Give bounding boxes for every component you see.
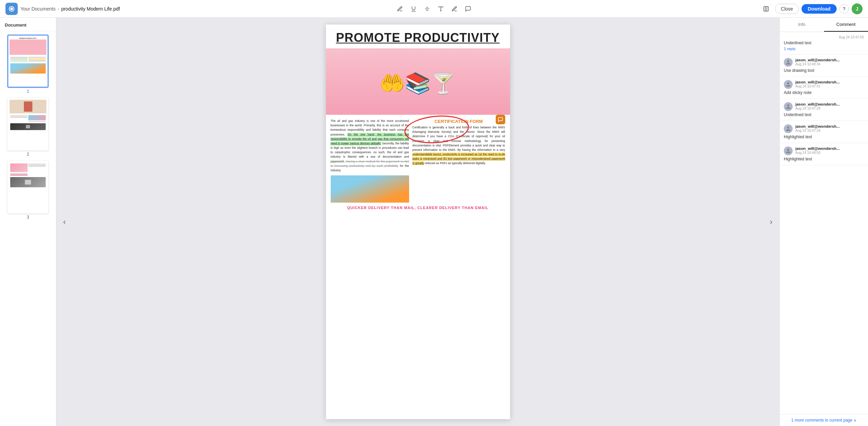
avatar: J: [852, 3, 863, 14]
comment-user-2: jason_will@wondersh...: [795, 80, 864, 84]
highlight-tool-button[interactable]: [448, 3, 461, 15]
pdf-page-title: PROMOTE PRODUCTIVITY: [326, 25, 510, 48]
next-page-button[interactable]: ›: [766, 217, 777, 227]
thumb-num-1: 1: [27, 89, 29, 94]
download-button[interactable]: Download: [802, 4, 837, 14]
breadcrumb-current: productivity Modern Life.pdf: [61, 6, 120, 12]
comment-time-1: Aug 24 10:48:34: [795, 62, 864, 66]
thumbnail-page-3[interactable]: 3: [3, 161, 53, 220]
right-text-intro: Certification is generally a back and fo…: [413, 126, 505, 152]
comment-header-2: jason_will@wondersh... Aug 24 10:47:41: [784, 80, 864, 89]
breadcrumb-separator: ›: [58, 6, 59, 12]
thumb-num-3: 3: [27, 215, 29, 220]
comment-entry-5: jason_will@wondersh... Aug 24 10:48:50 H…: [780, 143, 868, 165]
comment-entry-2: jason_will@wondersh... Aug 24 10:47:41 A…: [780, 77, 868, 99]
main-layout: Document PROMOTE PRODUCTIVITY: [0, 18, 868, 426]
comment-header-4: jason_will@wondersh... Aug 24 10:47:19: [784, 124, 864, 133]
toolbar: Your Documents › productivity Modern Lif…: [0, 0, 868, 18]
breadcrumb: Your Documents › productivity Modern Lif…: [20, 6, 120, 12]
sidebar-title: Document: [0, 18, 56, 31]
comments-list: Aug 24 10:47:05 Underlined text 1 reply …: [780, 32, 868, 414]
toolbar-left: Your Documents › productivity Modern Lif…: [5, 3, 289, 15]
more-comments-link[interactable]: 1 more comments in current page ∨: [780, 414, 868, 426]
comment-tool-button[interactable]: [462, 3, 474, 15]
comment-time-5: Aug 24 10:48:50: [795, 151, 864, 155]
underline-tool-button[interactable]: [407, 3, 420, 15]
text-tool-button[interactable]: [435, 3, 447, 15]
close-button[interactable]: Close: [775, 4, 799, 14]
thumbnail-page-2[interactable]: 2: [3, 98, 53, 157]
right-panel-tabs: Info Comment: [780, 18, 868, 32]
chevron-down-icon: ∨: [854, 418, 856, 423]
comment-entry-1: jason_will@wondersh... Aug 24 10:48:34 U…: [780, 54, 868, 77]
more-comments-text: 1 more comments in current page: [791, 418, 852, 423]
comment-meta-2: jason_will@wondersh... Aug 24 10:47:41: [795, 80, 864, 88]
first-comment-time: Aug 24 10:47:05: [784, 35, 864, 39]
pdf-page-1: PROMOTE PRODUCTIVITY 🤲📚🍸 The oil and gas…: [326, 25, 510, 419]
help-button[interactable]: ?: [839, 4, 849, 14]
comment-avatar-2: [784, 80, 793, 89]
pdf-body: The oil and gas industry is one of the m…: [326, 115, 510, 203]
tab-comment[interactable]: Comment: [824, 18, 868, 32]
pdf-viewer: ‹ PROMOTE PRODUCTIVITY 🤲📚🍸 The oil and g…: [56, 18, 779, 426]
comment-user-4: jason_will@wondersh...: [795, 124, 864, 128]
comment-user-5: jason_will@wondersh...: [795, 146, 864, 151]
svg-rect-4: [764, 6, 769, 11]
comment-avatar-3: [784, 102, 793, 111]
thumbnails-list: PROMOTE PRODUCTIVITY: [0, 31, 56, 426]
comment-text-4: Highlighted text: [784, 135, 864, 139]
comment-meta-4: jason_will@wondersh... Aug 24 10:47:19: [795, 124, 864, 132]
app-logo: [5, 3, 18, 15]
comment-header-1: jason_will@wondersh... Aug 24 10:48:34: [784, 58, 864, 67]
draw-tool-button[interactable]: [394, 3, 406, 15]
first-comment-entry: Aug 24 10:47:05 Underlined text 1 reply: [780, 32, 868, 54]
breadcrumb-root[interactable]: Your Documents: [20, 6, 56, 12]
pdf-bottom-left-image: [331, 175, 409, 203]
comment-meta-3: jason_will@wondersh... Aug 24 10:47:29: [795, 102, 864, 110]
pdf-left-column: The oil and gas industry is one of the m…: [331, 119, 409, 203]
comment-header-5: jason_will@wondersh... Aug 24 10:48:50: [784, 146, 864, 155]
first-comment-text: Underlined text: [784, 41, 864, 45]
comment-time-2: Aug 24 10:47:41: [795, 84, 864, 88]
comment-user-3: jason_will@wondersh...: [795, 102, 864, 106]
comment-avatar-4: [784, 124, 793, 133]
pdf-right-column: CERTIFICATION FORM Certification is gene…: [413, 119, 505, 203]
comment-text-5: Highlighted text: [784, 157, 864, 161]
comment-entry-3: jason_will@wondersh... Aug 24 10:47:29 U…: [780, 99, 868, 121]
prev-page-button[interactable]: ‹: [59, 217, 70, 227]
comment-avatar-1: [784, 58, 793, 67]
toolbar-right: Close Download ? J: [579, 3, 863, 15]
pdf-left-text: The oil and gas industry is one of the m…: [331, 119, 409, 173]
comment-time-4: Aug 24 10:47:19: [795, 129, 864, 132]
comment-text-2: Add sticky note: [784, 90, 864, 95]
strikethrough-tool-button[interactable]: [421, 3, 433, 15]
right-text-end: reduced as PDFs as typically delivered d…: [424, 161, 486, 165]
comment-annotation-icon[interactable]: [496, 115, 505, 124]
right-panel: Info Comment Aug 24 10:47:05 Underlined …: [779, 18, 868, 426]
tab-info[interactable]: Info: [780, 18, 824, 32]
comment-meta-1: jason_will@wondersh... Aug 24 10:48:34: [795, 58, 864, 66]
thumb-num-2: 2: [27, 152, 29, 157]
certification-form-title: CERTIFICATION FORM: [413, 119, 505, 125]
thumbnail-page-1[interactable]: PROMOTE PRODUCTIVITY: [3, 35, 53, 94]
comment-time-3: Aug 24 10:47:29: [795, 107, 864, 110]
comment-entry-4: jason_will@wondersh... Aug 24 10:47:19 H…: [780, 121, 868, 143]
comment-meta-5: jason_will@wondersh... Aug 24 10:48:50: [795, 146, 864, 155]
toolbar-tools: [292, 3, 576, 15]
comment-user-1: jason_will@wondersh...: [795, 58, 864, 62]
hero-illustration: 🤲📚🍸: [379, 71, 456, 95]
pdf-hero-image: 🤲📚🍸: [326, 48, 510, 115]
pdf-right-text: Certification is generally a back and fo…: [413, 125, 505, 166]
open-external-button[interactable]: [760, 3, 772, 15]
quicker-delivery-text: QUICKER DELIVERY THAN MAIL, CLEARER DELI…: [331, 205, 505, 210]
document-sidebar: Document PROMOTE PRODUCTIVITY: [0, 18, 56, 426]
pdf-scroll-area[interactable]: PROMOTE PRODUCTIVITY 🤲📚🍸 The oil and gas…: [56, 18, 779, 426]
comment-header-3: jason_will@wondersh... Aug 24 10:47:29: [784, 102, 864, 111]
comment-text-3: Underlined text: [784, 112, 864, 117]
first-comment-reply[interactable]: 1 reply: [784, 47, 864, 51]
comment-avatar-5: [784, 146, 793, 155]
comment-text-1: Use drawing tool: [784, 68, 864, 73]
